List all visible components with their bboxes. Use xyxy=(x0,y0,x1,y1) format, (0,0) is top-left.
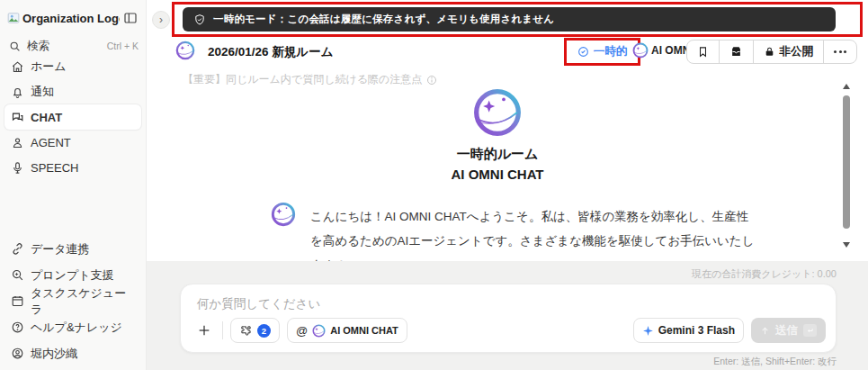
archive-button[interactable] xyxy=(719,41,753,63)
privacy-button[interactable]: 非公開 xyxy=(753,41,824,63)
scroll-up-icon[interactable] xyxy=(843,84,850,89)
sidebar-item-speech[interactable]: SPEECH xyxy=(4,155,141,180)
puzzle-icon xyxy=(239,324,253,338)
sidebar-item-label: 堀内沙織 xyxy=(31,346,77,362)
bell-icon xyxy=(10,85,24,99)
model-name: Gemini 3 Flash xyxy=(658,324,735,337)
sidebar-item-label: データ連携 xyxy=(31,241,90,257)
shield-check-icon xyxy=(193,14,206,26)
mention-agent-logo-icon xyxy=(312,324,326,338)
hero: 一時的ルーム AI OMNI CHAT xyxy=(147,87,848,182)
sidebar-item-data-integration[interactable]: データ連携 xyxy=(4,236,141,262)
user-circle-icon xyxy=(10,347,24,361)
sidebar-item-label: AGENT xyxy=(31,136,71,149)
home-icon xyxy=(10,59,24,74)
sidebar-collapse-button[interactable]: › xyxy=(152,11,170,29)
calendar-icon xyxy=(10,294,24,309)
prompt-sparkle-icon xyxy=(10,268,24,283)
mention-agent-button[interactable]: @ AI OMNI CHAT xyxy=(287,318,407,343)
search-icon xyxy=(7,39,22,53)
scrollbar-thumb[interactable] xyxy=(843,95,850,229)
sidebar-item-label: CHAT xyxy=(31,111,62,124)
sidebar-item-home[interactable]: ホーム xyxy=(4,54,141,79)
mention-at-symbol: @ xyxy=(296,324,308,338)
assistant-avatar xyxy=(271,202,296,227)
welcome-message: こんにちは！AI OMNI CHATへようこそ。私は、皆様の業務を効率化し、生産… xyxy=(310,204,757,261)
keyboard-hint: Enter: 送信, Shift+Enter: 改行 xyxy=(713,356,837,368)
sidebar-item-user-profile[interactable]: 堀内沙織 xyxy=(4,340,141,366)
sidebar-item-label: ホーム xyxy=(31,59,67,75)
ellipsis-icon xyxy=(834,50,846,53)
banner-text: 一時的モード：この会話は履歴に保存されず、メモリも使用されません xyxy=(213,13,554,26)
temporary-badge-label: 一時的 xyxy=(594,44,628,59)
sidebar-item-label: プロンプト支援 xyxy=(31,267,114,284)
sidebar-item-label: ヘルプ&ナレッジ xyxy=(31,320,122,336)
sidebar-nav-top: ホーム 通知 CHAT AGENT SPEECH xyxy=(4,54,141,180)
sidebar-toggle-icon[interactable] xyxy=(122,10,139,26)
chevron-right-icon: › xyxy=(159,14,163,26)
broken-image-icon xyxy=(7,12,20,24)
bookmark-button[interactable] xyxy=(687,41,719,63)
mention-agent-label: AI OMNI CHAT xyxy=(330,325,398,336)
info-circle-icon xyxy=(426,75,437,86)
scroll-down-icon[interactable] xyxy=(843,242,850,248)
message-composer[interactable]: 何か質問してください 2 @ AI OMNI CHAT xyxy=(180,284,837,353)
hero-logo-icon xyxy=(472,87,523,138)
composer-toolbar: 2 @ AI OMNI CHAT Gemini 3 Flash xyxy=(193,317,826,344)
org-header: Organization Logo xyxy=(7,7,139,29)
room-notice[interactable]: 【重要】同じルーム内で質問し続ける際の注意点 xyxy=(183,72,437,87)
org-name: Organization Logo xyxy=(22,12,120,25)
room-actions: 非公開 xyxy=(686,40,858,64)
plugins-button[interactable]: 2 xyxy=(230,318,280,343)
sidebar-item-chat[interactable]: CHAT xyxy=(4,104,141,130)
sidebar: Organization Logo 検索 Ctrl + K ホーム 通知 CHA… xyxy=(0,0,147,370)
sidebar-search[interactable]: 検索 Ctrl + K xyxy=(7,36,139,56)
help-circle-icon xyxy=(10,320,24,335)
sidebar-item-label: 通知 xyxy=(31,84,54,100)
attach-button[interactable] xyxy=(193,320,215,341)
agent-icon xyxy=(10,135,24,149)
hero-title: 一時的ルーム xyxy=(457,146,539,163)
send-button[interactable]: 送信 xyxy=(751,318,826,343)
chat-icon xyxy=(10,110,24,124)
toolbar-divider xyxy=(222,321,223,339)
sidebar-item-label: タスクスケジューラ xyxy=(31,285,136,318)
more-options-button[interactable] xyxy=(823,41,856,63)
notice-text: 【重要】同じルーム内で質問し続ける際の注意点 xyxy=(183,72,422,87)
arrow-up-icon xyxy=(760,326,770,336)
room-title: 2026/01/26 新規ルーム xyxy=(208,44,333,60)
sidebar-item-agent[interactable]: AGENT xyxy=(4,130,141,155)
search-label: 検索 xyxy=(27,39,102,54)
temporary-mode-banner: 一時的モード：この会話は履歴に保存されず、メモリも使用されません xyxy=(183,7,836,32)
link-icon xyxy=(10,242,24,257)
sidebar-item-notifications[interactable]: 通知 xyxy=(4,79,141,104)
sidebar-nav-bottom: データ連携 プロンプト支援 タスクスケジューラ ヘルプ&ナレッジ 堀内沙織 xyxy=(4,236,141,366)
temporary-badge[interactable]: 一時的 xyxy=(564,38,640,66)
sidebar-item-task-scheduler[interactable]: タスクスケジューラ xyxy=(4,288,141,314)
enter-key-icon xyxy=(803,324,817,337)
sidebar-item-help-knowledge[interactable]: ヘルプ&ナレッジ xyxy=(4,314,141,340)
agent-logo-icon xyxy=(632,42,649,59)
lock-icon xyxy=(764,46,775,58)
plugin-count-badge: 2 xyxy=(257,324,271,338)
chat-scrollbar[interactable] xyxy=(841,84,852,248)
room-logo-icon xyxy=(175,41,195,60)
microphone-icon xyxy=(10,160,24,175)
model-selector-button[interactable]: Gemini 3 Flash xyxy=(633,318,744,343)
check-circle-icon xyxy=(577,46,589,58)
credits-counter: 現在の合計消費クレジット: 0.00 xyxy=(692,267,837,281)
composer-section: 現在の合計消費クレジット: 0.00 何か質問してください 2 @ xyxy=(147,261,868,370)
composer-placeholder: 何か質問してください xyxy=(197,296,320,312)
main-area: › 一時的モード：この会話は履歴に保存されず、メモリも使用されません 2026/… xyxy=(147,0,868,370)
sidebar-item-label: SPEECH xyxy=(31,161,78,175)
hero-subtitle: AI OMNI CHAT xyxy=(451,167,543,182)
privacy-label: 非公開 xyxy=(780,44,814,59)
search-shortcut: Ctrl + K xyxy=(107,41,139,51)
sparkle-icon xyxy=(642,325,654,337)
send-label: 送信 xyxy=(775,323,798,338)
